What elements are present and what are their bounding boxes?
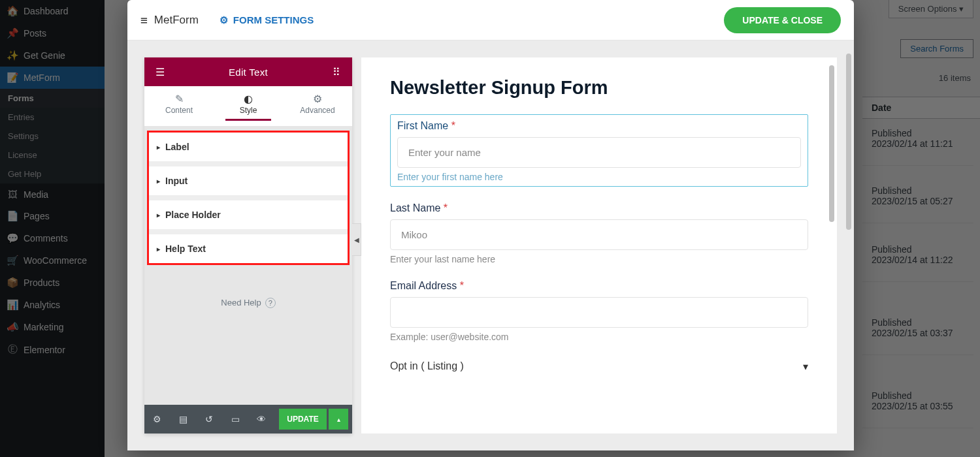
field-first-name[interactable]: First Name * Enter your first name here	[390, 114, 808, 187]
brand-icon: ≡	[140, 13, 148, 27]
accordion-input[interactable]: ▸Input	[149, 161, 348, 195]
caret-right-icon: ▸	[157, 212, 160, 219]
accordion-label[interactable]: ▸Label	[149, 133, 348, 161]
style-icon: ◐	[214, 93, 283, 106]
elementor-panel: ☰ Edit Text ⠿ ✎Content ◐Style ⚙Advanced …	[144, 57, 352, 433]
panel-update-button[interactable]: UPDATE	[279, 409, 327, 430]
modal-body: ☰ Edit Text ⠿ ✎Content ◐Style ⚙Advanced …	[127, 40, 854, 450]
pencil-icon: ✎	[144, 93, 214, 106]
preview-icon[interactable]: 👁	[249, 405, 274, 433]
hamburger-icon[interactable]: ☰	[154, 65, 167, 78]
panel-tabs: ✎Content ◐Style ⚙Advanced	[144, 86, 352, 127]
brand-label: MetForm	[154, 14, 199, 27]
brand: ≡ MetForm	[140, 13, 199, 27]
style-accordion: ▸Label ▸Input ▸Place Holder ▸Help Text	[147, 131, 350, 265]
metform-editor-modal: ≡ MetForm ⚙ FORM SETTINGS UPDATE & CLOSE…	[127, 0, 854, 450]
modal-scrollbar[interactable]	[846, 43, 851, 448]
field-email[interactable]: Email Address * Example: user@website.co…	[390, 280, 808, 342]
responsive-icon[interactable]: ▭	[223, 405, 248, 433]
field-help: Example: user@website.com	[390, 332, 808, 342]
tab-style[interactable]: ◐Style	[214, 86, 283, 126]
panel-collapse-handle[interactable]: ◀	[352, 223, 361, 256]
email-input[interactable]	[390, 297, 808, 328]
tab-advanced[interactable]: ⚙Advanced	[283, 86, 352, 126]
form-settings-button[interactable]: ⚙ FORM SETTINGS	[220, 14, 314, 26]
panel-update-more-button[interactable]: ▴	[329, 409, 348, 430]
settings-icon[interactable]: ⚙	[144, 405, 169, 433]
field-optin[interactable]: Opt in ( Listing ) ▾	[390, 358, 808, 372]
need-help: Need Help?	[144, 265, 352, 341]
caret-right-icon: ▸	[157, 178, 160, 185]
accordion-placeholder[interactable]: ▸Place Holder	[149, 195, 348, 229]
field-label: Last Name *	[390, 202, 808, 214]
form-preview: Newsletter Signup Form First Name * Ente…	[361, 57, 837, 433]
first-name-input[interactable]	[397, 137, 801, 168]
help-icon[interactable]: ?	[265, 298, 276, 308]
last-name-input[interactable]	[390, 219, 808, 250]
caret-right-icon: ▸	[157, 144, 160, 151]
apps-grid-icon[interactable]: ⠿	[330, 65, 343, 78]
preview-scrollbar[interactable]	[829, 60, 834, 431]
caret-right-icon: ▸	[157, 245, 160, 253]
panel-bottom-bar: ⚙ ▤ ↺ ▭ 👁 UPDATE ▴	[144, 405, 352, 433]
panel-title: Edit Text	[229, 67, 268, 78]
field-help: Enter your first name here	[397, 172, 801, 182]
field-label: First Name *	[397, 120, 801, 132]
history-icon[interactable]: ↺	[197, 405, 221, 433]
navigator-icon[interactable]: ▤	[171, 405, 195, 433]
gear-icon: ⚙	[220, 14, 228, 26]
update-and-close-button[interactable]: UPDATE & CLOSE	[724, 7, 841, 33]
gear-icon: ⚙	[283, 93, 352, 106]
panel-header: ☰ Edit Text ⠿	[144, 57, 352, 86]
accordion-helptext[interactable]: ▸Help Text	[149, 229, 348, 263]
form-title: Newsletter Signup Form	[390, 77, 808, 99]
tab-content[interactable]: ✎Content	[144, 86, 214, 126]
field-label: Email Address *	[390, 280, 808, 292]
field-help: Enter your last name here	[390, 254, 808, 264]
modal-header: ≡ MetForm ⚙ FORM SETTINGS UPDATE & CLOSE	[127, 0, 854, 40]
chevron-down-icon: ▾	[803, 360, 808, 373]
field-last-name[interactable]: Last Name * Enter your last name here	[390, 202, 808, 264]
